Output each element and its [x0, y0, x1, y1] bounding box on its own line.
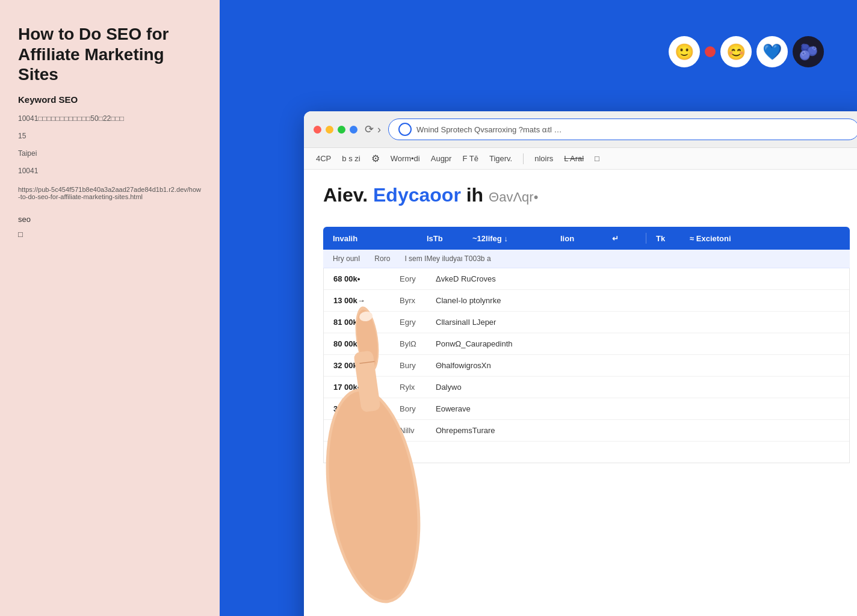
th-lion: lion: [560, 234, 602, 243]
deco-icon-1: 🙂: [669, 36, 700, 67]
subheader-col2: Roro: [374, 254, 390, 263]
table-row: 17 00k• Rylx Dalywo: [324, 377, 849, 398]
th-sep: [646, 233, 646, 244]
browser-circle-icon: [398, 123, 412, 136]
deco-icon-4: 🫐: [793, 36, 824, 67]
deco-icon-3: 💙: [756, 36, 788, 67]
page-url[interactable]: https://pub-5c454f571b8e40a3a2aad27ade84…: [18, 186, 202, 200]
th-excietoni: ≈ Excietoni: [690, 234, 731, 243]
toolbar-item-share[interactable]: ⚙: [371, 153, 380, 164]
table-row: S0 00k• Nillv OhrepemsTurare: [324, 420, 849, 442]
table-body: 68 00k• Eory ΔvkeD RuCroves 13 00k→ Byrx…: [323, 268, 850, 463]
page-heading: Aiev. Edycaoor ih ΘavΛqr•: [323, 184, 538, 206]
browser-chrome: ⟳ › Wnind Sprotech Qvsarroxing ?mats αᵢt…: [304, 111, 857, 148]
toolbar-separator: [523, 153, 524, 164]
toolbar-item-3[interactable]: Augpr: [431, 154, 452, 163]
tag-dash: □: [18, 230, 202, 239]
subheader-col3: I sem IMey iludyaι Τ003b a: [404, 254, 490, 263]
browser-nav: ⟳ ›: [365, 123, 381, 136]
toolbar-expand-icon: □: [595, 154, 599, 163]
toolbar-item-2[interactable]: Worm•di: [391, 154, 420, 163]
meta-id: 10041□□□□□□□□□□□□50□22□□□: [18, 113, 202, 125]
table-row: 32 00k• Bory Eowerave: [324, 398, 849, 420]
keyword-seo-label: Keyword SEO: [18, 94, 202, 105]
toolbar-item-7[interactable]: L Aral: [564, 154, 584, 163]
th-invalid: Invalih: [333, 234, 417, 243]
table-row: 68 00k• Eory ΔvkeD RuCroves: [324, 268, 849, 290]
page-title: How to Do SEO for Affiliate Marketing Si…: [18, 24, 202, 85]
nav-back-icon[interactable]: ⟳: [365, 123, 374, 136]
extra-button[interactable]: [350, 126, 357, 134]
browser-toolbar: 4CP b s zi ⚙ Worm•di Augpr F Tē Tigerv. …: [304, 148, 857, 170]
deco-icon-2: 😊: [720, 36, 752, 67]
th-lstb: lsТb: [427, 234, 463, 243]
sidebar: How to Do SEO for Affiliate Marketing Si…: [0, 0, 220, 616]
browser-window: ⟳ › Wnind Sprotech Qvsarroxing ?mats αᵢt…: [304, 111, 857, 616]
browser-content: Aiev. Edycaoor ih ΘavΛqr• Invalih lsТb ~…: [304, 170, 857, 478]
deco-dot-red: [705, 46, 716, 57]
toolbar-item-1[interactable]: b s zi: [342, 154, 360, 163]
meta-code: 10041: [18, 165, 202, 177]
nav-forward-icon[interactable]: ›: [377, 123, 381, 136]
address-bar-text: Wnind Sprotech Qvsarroxing ?mats αᵢtl …: [416, 125, 849, 134]
meta-city: Taipei: [18, 148, 202, 159]
subheader-col1: Hry ounΙ: [333, 254, 360, 263]
main-area: 🙂 😊 💙 🫐 ⟳ › Wnind Sprotech Qvsarroxing ?…: [220, 0, 857, 616]
address-bar[interactable]: Wnind Sprotech Qvsarroxing ?mats αᵢtl …: [388, 119, 857, 140]
table-row: 81 00k• Egry CllarsinalI LJeper: [324, 312, 849, 333]
tag-seo: seo: [18, 215, 202, 224]
table-row: 32 00k• Bury ΘhalfowigrosXn: [324, 355, 849, 377]
table-row: 80 00k• BylΩ PonwΩ_Caurapedinth: [324, 333, 849, 355]
meta-num: 15: [18, 131, 202, 142]
toolbar-item-4[interactable]: F Tē: [462, 154, 478, 163]
traffic-lights: [314, 126, 357, 134]
th-tk: Tk: [656, 234, 680, 243]
toolbar-item-5[interactable]: Tigerv.: [489, 154, 512, 163]
toolbar-item-0[interactable]: 4CP: [316, 154, 331, 163]
table-row: 13 00k→ Byrx ClaneI-lo ptolynrke: [324, 290, 849, 312]
toolbar-item-6[interactable]: nloirs: [534, 154, 553, 163]
th-arrow: ↵: [612, 234, 636, 243]
minimize-button[interactable]: [326, 126, 333, 134]
maximize-button[interactable]: [338, 126, 345, 134]
table-row: 8F 00k•: [324, 442, 849, 463]
close-button[interactable]: [314, 126, 321, 134]
th-12lifeg: ~12lifeg ↓: [472, 234, 551, 243]
data-table: Invalih lsТb ~12lifeg ↓ lion ↵ Tk ≈ Exci…: [323, 227, 850, 463]
